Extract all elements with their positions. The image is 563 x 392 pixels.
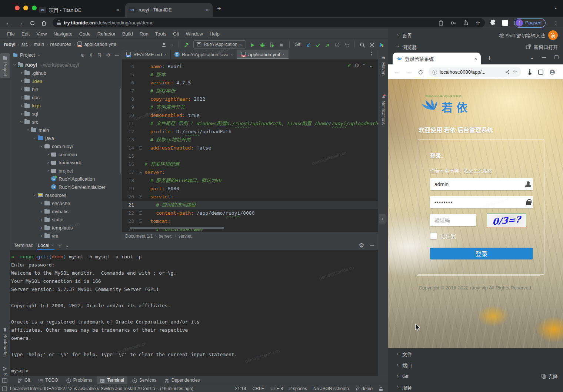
preview-reload-icon[interactable] xyxy=(418,68,423,75)
fold-icon[interactable] xyxy=(139,146,142,150)
terminal-options-icon[interactable]: ⌄ xyxy=(65,242,69,248)
status-21:14[interactable]: 21:14 xyxy=(235,386,246,391)
status-message[interactable]: Localized IntelliJ IDEA 2022.2.2 is avai… xyxy=(10,386,193,391)
section-服务[interactable]: ›服务 xyxy=(388,382,563,392)
menu-code[interactable]: Code xyxy=(76,31,94,37)
tree-chevron-icon[interactable]: › xyxy=(46,152,51,157)
reload-button[interactable] xyxy=(30,20,35,26)
tree-chevron-icon[interactable]: › xyxy=(32,192,37,198)
editor-tab-RuoYiApplication.java[interactable]: RuoYiApplication.java× xyxy=(171,50,237,59)
tab-list-icon[interactable]: ⋮ xyxy=(369,50,378,59)
preview-bookmark-icon[interactable]: ☆ xyxy=(513,68,517,75)
tree-item-java[interactable]: ›java xyxy=(10,134,122,142)
tree-item-templates[interactable]: ›templates xyxy=(10,224,122,232)
git-update-button[interactable] xyxy=(306,41,311,47)
chevron-down-icon[interactable]: ⌄ xyxy=(171,42,174,46)
password-key-icon[interactable] xyxy=(450,20,456,26)
tree-item-resources[interactable]: ›resources xyxy=(10,191,122,199)
expand-all-icon[interactable]: ⇳ xyxy=(89,52,93,58)
tab-close-icon[interactable]: × xyxy=(231,52,233,57)
preview-panel-icon[interactable] xyxy=(538,68,543,75)
clone-button[interactable]: 克隆 xyxy=(541,373,558,380)
code-line-21[interactable]: 21# 应用的访问路径 xyxy=(122,201,378,209)
section-端口[interactable]: ›端口 xyxy=(388,359,563,371)
address-bar[interactable]: try.titanide.cn/ide/web/coding/ruoyi/dem… xyxy=(53,18,485,27)
browser-tab-ruoyi[interactable]: <t> ruoyi - TitanIDE × xyxy=(125,3,213,17)
tree-chevron-icon[interactable]: › xyxy=(19,111,24,116)
toolbar-git[interactable]: Git xyxy=(14,376,33,384)
tree-item--github[interactable]: ›.github xyxy=(10,69,122,77)
tree-item-common[interactable]: ›common xyxy=(10,150,122,158)
prev-problem-icon[interactable]: ⌃ xyxy=(362,63,366,68)
preview-address-bar[interactable]: ⓘ localhost:8080/app/... ☆ xyxy=(429,67,521,77)
menu-build[interactable]: Build xyxy=(119,31,136,37)
tab-close-icon[interactable]: × xyxy=(206,7,209,13)
code-line-13[interactable]: 13# 获取ip地址开关 xyxy=(122,136,378,144)
tree-item-sql[interactable]: ›sql xyxy=(10,110,122,118)
toolbar-terminal[interactable]: Terminal xyxy=(97,376,127,384)
tree-item-mybatis[interactable]: ›mybatis xyxy=(10,207,122,215)
extensions-icon[interactable] xyxy=(490,20,496,26)
tree-chevron-icon[interactable]: › xyxy=(39,233,44,238)
code-line-9[interactable]: 9# 实例演示开关 xyxy=(122,103,378,111)
settings-gear-icon[interactable] xyxy=(369,41,375,47)
tree-chevron-icon[interactable]: › xyxy=(46,168,51,173)
preview-forward-icon[interactable]: → xyxy=(406,68,412,75)
tree-item-logs[interactable]: ›logs xyxy=(10,101,122,110)
window-close-button[interactable] xyxy=(15,6,20,10)
tree-item-static[interactable]: ›static xyxy=(10,215,122,224)
code-area[interactable]: 4name: RuoYi5# 版本6version: 4.7.57# 版权年份8… xyxy=(122,60,378,231)
tree-item-RuoYiServletInitializer[interactable]: RuoYiServletInitializer xyxy=(10,183,122,191)
menu-help[interactable]: Help xyxy=(206,31,223,37)
preview-restore-icon[interactable]: ❐ xyxy=(554,55,559,60)
tree-chevron-icon[interactable]: › xyxy=(39,225,44,230)
next-problem-icon[interactable]: ⌄ xyxy=(369,63,373,68)
terminal-minimize-icon[interactable]: — xyxy=(370,243,374,247)
new-terminal-icon[interactable]: + xyxy=(58,242,61,248)
editor-horizontal-scrollbar[interactable] xyxy=(130,227,224,229)
stripe-project-button[interactable]: Project xyxy=(0,53,10,78)
tree-item-framework[interactable]: ›framework xyxy=(10,158,122,167)
tree-item-main[interactable]: ›main xyxy=(10,126,122,134)
code-line-10[interactable]: 10demoEnabled: true xyxy=(122,111,378,120)
remember-checkbox[interactable] xyxy=(430,233,437,239)
git-commit-button[interactable] xyxy=(315,41,321,47)
tree-chevron-icon[interactable]: › xyxy=(12,62,17,67)
tab-close-icon[interactable]: × xyxy=(51,243,54,247)
section-Git[interactable]: ›Git克隆 xyxy=(388,371,563,382)
login-button[interactable]: 登录 xyxy=(430,248,533,259)
code-line-11[interactable]: 11# 文件路径 示例 ( Windows配置D:/ruoyi/uploadPa… xyxy=(122,120,378,128)
code-line-12[interactable]: 12profile: D:/ruoyi/uploadPath xyxy=(122,128,378,136)
tree-chevron-icon[interactable]: › xyxy=(19,103,24,108)
code-line-16[interactable]: 16# 开发环境配置 xyxy=(122,160,378,168)
code-line-17[interactable]: 17server: xyxy=(122,168,378,177)
toolbar-todo[interactable]: TODO xyxy=(35,376,61,384)
tree-chevron-icon[interactable]: › xyxy=(19,70,24,76)
rollback-icon[interactable] xyxy=(344,41,350,47)
terminal-tab-local[interactable]: Local × xyxy=(37,240,55,250)
code-line-22[interactable]: 22context-path: /app/demo/ruoyi/8080 xyxy=(122,209,378,217)
status-crlf[interactable]: CRLF xyxy=(253,386,264,391)
fold-icon[interactable] xyxy=(139,211,142,215)
editor-breadcrumb-item[interactable]: server: xyxy=(159,234,173,239)
breadcrumb-item[interactable]: main xyxy=(34,41,44,47)
titanide-logo-icon[interactable] xyxy=(379,41,384,47)
user-icon[interactable] xyxy=(161,41,167,47)
chevron-down-icon[interactable]: ⌄ xyxy=(37,53,40,57)
editor-tab-application.yml[interactable]: application.yml× xyxy=(237,50,289,59)
tree-item-doc[interactable]: ›doc xyxy=(10,93,122,101)
tree-chevron-icon[interactable]: › xyxy=(46,160,51,165)
tab-search-icon[interactable]: ⌄ xyxy=(554,4,558,10)
browser-menu-icon[interactable]: ⋮ xyxy=(553,20,559,26)
code-line-8[interactable]: 8copyrightYear: 2022 xyxy=(122,95,378,103)
code-line-23[interactable]: 23tomcat: xyxy=(122,217,378,225)
code-line-4[interactable]: 4name: RuoYi xyxy=(122,63,378,71)
browser-section-row[interactable]: › 浏览器 新窗口打开 xyxy=(388,41,563,52)
code-line-19[interactable]: 19port: 8080 xyxy=(122,185,378,193)
tree-item-com-ruoyi[interactable]: ›com.ruoyi xyxy=(10,142,122,150)
toolbar-dependencies[interactable]: Dependencies xyxy=(161,376,203,384)
fold-icon[interactable] xyxy=(139,195,142,198)
profile-chip[interactable]: J Paused xyxy=(514,18,546,28)
menu-navigate[interactable]: Navigate xyxy=(50,31,76,37)
preview-minimize-icon[interactable]: — xyxy=(542,55,546,60)
